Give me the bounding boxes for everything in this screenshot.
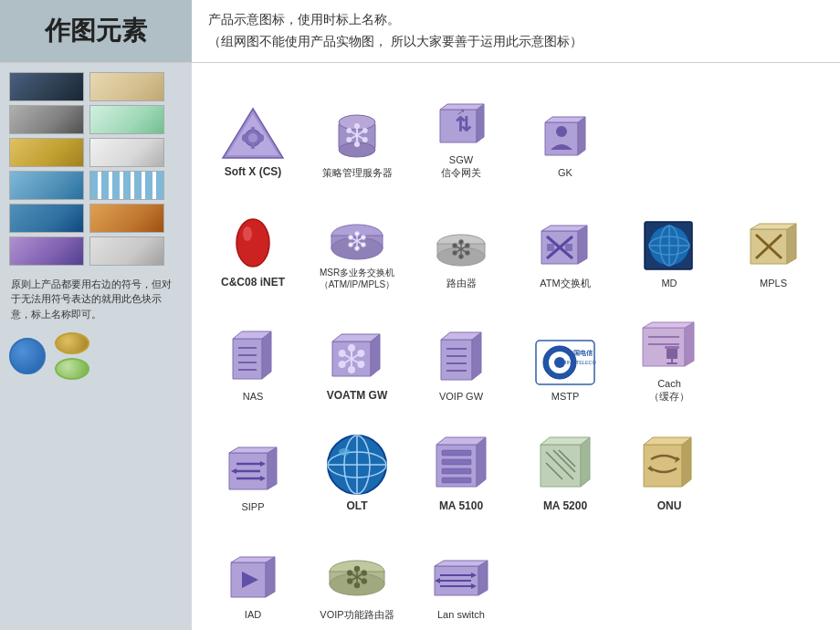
block-orange [89, 204, 164, 233]
svg-marker-135 [436, 437, 486, 445]
svg-point-166 [348, 579, 352, 583]
cach-label: Cach（缓存） [649, 377, 689, 404]
svg-rect-4 [251, 127, 255, 133]
iad-icon [229, 553, 277, 604]
svg-marker-148 [682, 437, 691, 487]
block-white [89, 138, 164, 167]
empty7 [721, 520, 825, 623]
block-gold [9, 138, 84, 167]
svg-point-3 [248, 133, 257, 142]
ma5200-icon [539, 434, 592, 496]
svg-rect-65 [565, 244, 572, 251]
gk-label: GK [558, 166, 572, 179]
svg-point-54 [459, 255, 463, 258]
nas-label: NAS [243, 390, 264, 403]
voatm-label: VOATM GW [327, 389, 387, 404]
header: 作图元素 产品示意图标，使用时标上名称。 （组网图不能使用产品实物图， 所以大家… [0, 0, 840, 63]
svg-point-22 [347, 138, 351, 142]
olt-cell: OLT [305, 409, 409, 516]
svg-point-92 [340, 351, 345, 356]
ma5200-cell: MA 5200 [513, 409, 617, 516]
svg-marker-31 [545, 117, 585, 122]
gk-icon [540, 111, 591, 163]
sipp-icon [227, 444, 278, 497]
cc08-icon [229, 210, 277, 272]
svg-point-46 [362, 243, 365, 247]
block-purple [9, 236, 84, 266]
block-mint [89, 105, 164, 134]
svg-marker-147 [644, 445, 682, 487]
block-row-2 [9, 105, 183, 134]
svg-marker-73 [787, 224, 796, 264]
sidebar: 原则上产品都要用右边的符号，但对于无法用符号表达的就用此色块示意，标上名称即可。 [0, 63, 192, 630]
block-row-3 [9, 138, 183, 167]
atm-label: ATM交换机 [540, 277, 590, 289]
block-lgray [89, 236, 164, 266]
voip-router-cell: VOIP功能路由器 [305, 520, 409, 623]
main-content: 原则上产品都要用右边的符号，但对于无法用符号表达的就用此色块示意，标上名称即可。 [0, 63, 840, 630]
nas-cell: NAS [201, 296, 305, 405]
md-icon [643, 220, 696, 273]
svg-marker-153 [266, 557, 275, 597]
block-row-1 [9, 72, 183, 101]
md-label: MD [661, 277, 677, 289]
svg-point-41 [355, 232, 359, 236]
onu-label: ONU [657, 499, 682, 514]
router-cell: 路由器 [409, 185, 513, 292]
svg-marker-60 [578, 226, 587, 264]
ma5100-label: MA 5100 [439, 499, 483, 514]
svg-point-32 [556, 126, 567, 137]
mpls-label: MPLS [760, 277, 787, 289]
voip-router-icon [326, 551, 388, 604]
svg-point-165 [362, 571, 366, 575]
empty3 [721, 296, 825, 405]
empty2 [721, 72, 825, 182]
svg-point-58 [466, 251, 469, 255]
voip-label: VOIP GW [439, 390, 483, 403]
olt-label: OLT [346, 499, 367, 514]
svg-rect-137 [442, 459, 471, 465]
svg-point-132 [339, 448, 350, 456]
svg-marker-86 [332, 334, 380, 341]
mstp-icon: 中国电信 CHINA TELECOM [534, 339, 596, 386]
svg-point-162 [355, 566, 360, 571]
voatm-cell: VOATM GW [305, 296, 409, 405]
svg-rect-138 [442, 468, 471, 474]
msr-label: MSR多业务交换机（ATM/IP/MPLS） [320, 267, 395, 290]
softx-icon [221, 105, 285, 162]
svg-marker-111 [643, 322, 694, 328]
svg-marker-141 [581, 437, 590, 487]
svg-point-21 [363, 129, 367, 132]
onu-icon [642, 434, 697, 496]
block-row-6 [9, 236, 183, 266]
atm-icon [538, 222, 593, 273]
block-tan [89, 72, 164, 101]
color-blocks [9, 72, 183, 266]
sipp-label: SIPP [241, 500, 264, 513]
svg-marker-78 [262, 331, 271, 379]
svg-point-164 [348, 571, 352, 575]
svg-marker-120 [229, 447, 277, 453]
nas-icon [229, 324, 277, 386]
mstp-label: MSTP [551, 390, 580, 403]
icon-content: Soft X (CS) [192, 63, 840, 630]
empty5 [513, 520, 617, 623]
svg-marker-134 [477, 437, 486, 487]
lan-switch-cell: Lan switch [409, 520, 513, 623]
svg-point-33 [236, 219, 269, 267]
svg-point-20 [347, 129, 351, 132]
ma5200-label: MA 5200 [543, 499, 587, 514]
block-blue [9, 171, 84, 200]
svg-marker-25 [477, 104, 484, 142]
svg-point-95 [358, 362, 363, 367]
svg-rect-115 [665, 346, 679, 349]
iad-label: IAD [245, 608, 261, 621]
mpls-cell: MPLS [721, 185, 825, 292]
svg-marker-119 [268, 447, 277, 489]
sidebar-note: 原则上产品都要用右边的符号，但对于无法用符号表达的就用此色块示意，标上名称即可。 [9, 273, 183, 326]
lan-switch-icon [433, 559, 489, 604]
svg-point-90 [349, 345, 354, 351]
svg-point-163 [355, 583, 360, 587]
iad-cell: IAD [201, 520, 305, 623]
circle-blue [9, 338, 46, 374]
